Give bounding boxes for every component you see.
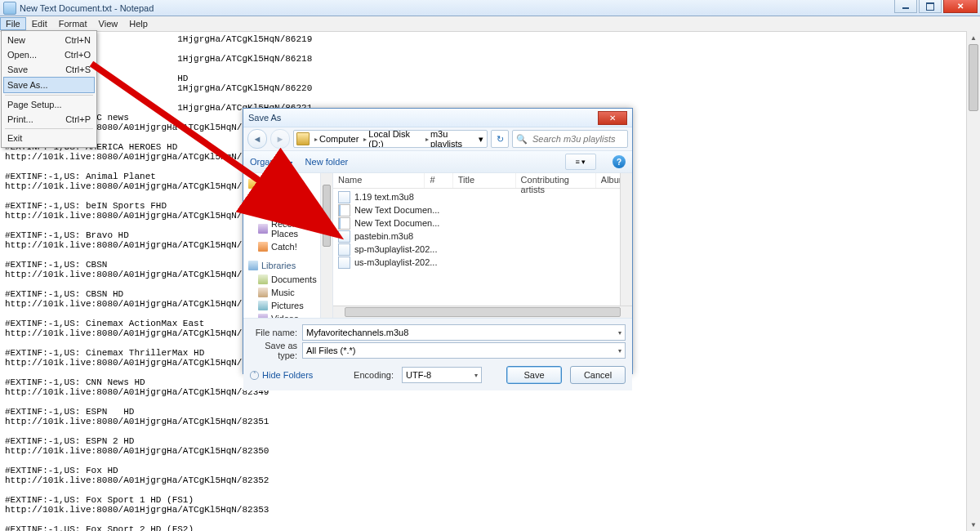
dialog-title: Save As xyxy=(248,113,598,123)
filename-label: File name: xyxy=(250,328,297,337)
file-icon xyxy=(338,217,350,230)
catch-icon xyxy=(258,242,268,252)
list-item[interactable]: us-m3uplaylist-202... xyxy=(333,256,632,269)
hidefolders-button[interactable]: ˄Hide Folders xyxy=(250,370,313,380)
menu-edit[interactable]: Edit xyxy=(26,17,53,30)
dialog-navbar: ◄ ► ▸Computer ▸Local Disk (D:) ▸m3u play… xyxy=(243,127,632,151)
col-name[interactable]: Name xyxy=(333,173,425,188)
videos-icon xyxy=(258,314,268,318)
cancel-button[interactable]: Cancel xyxy=(570,366,626,384)
dialog-toolbar: Organize▼ New folder ≡ ▾ ? xyxy=(243,151,632,173)
nav-videos[interactable]: Videos xyxy=(243,312,320,318)
list-item[interactable]: 1.19 text.m3u8 xyxy=(333,190,632,203)
nav-music[interactable]: Music xyxy=(243,286,320,299)
desktop-icon xyxy=(258,193,268,203)
savetype-label: Save as type: xyxy=(250,341,297,360)
nav-pictures[interactable]: Pictures xyxy=(243,299,320,312)
libraries-icon xyxy=(248,261,258,270)
savetype-select[interactable]: All Files (*.*)▾ xyxy=(302,342,626,359)
nav-downloads[interactable]: Downloads xyxy=(243,204,320,217)
refresh-button[interactable]: ↻ xyxy=(491,130,509,148)
help-button[interactable]: ? xyxy=(612,155,626,168)
scroll-thumb[interactable] xyxy=(969,44,978,111)
save-button[interactable]: Save xyxy=(506,366,562,384)
search-field[interactable]: 🔍 xyxy=(512,130,628,148)
window-title: New Text Document.txt - Notepad xyxy=(20,3,977,13)
menu-open[interactable]: Open...Ctrl+O xyxy=(3,47,95,62)
address-bar[interactable]: ▸Computer ▸Local Disk (D:) ▸m3u playlist… xyxy=(293,130,488,148)
col-num[interactable]: # xyxy=(425,173,452,188)
dialog-close-button[interactable] xyxy=(598,111,627,125)
menubar: File Edit Format View Help xyxy=(0,16,980,32)
nav-libraries[interactable]: Libraries xyxy=(243,258,320,273)
menu-help[interactable]: Help xyxy=(123,17,154,30)
nav-favorites[interactable]: Favorites xyxy=(243,176,320,191)
navpane-scrollbar[interactable] xyxy=(321,173,333,318)
file-icon xyxy=(338,230,350,243)
file-icon xyxy=(338,243,350,256)
menu-pagesetup[interactable]: Page Setup... xyxy=(3,97,95,112)
newfolder-button[interactable]: New folder xyxy=(305,157,349,167)
recent-icon xyxy=(258,224,268,234)
file-icon xyxy=(338,204,350,216)
encoding-label: Encoding: xyxy=(354,370,394,380)
file-icon xyxy=(338,257,350,269)
window-titlebar: New Text Document.txt - Notepad xyxy=(0,0,980,16)
search-icon: 🔍 xyxy=(516,134,528,145)
file-menu-dropdown: NewCtrl+N Open...Ctrl+O SaveCtrl+S Save … xyxy=(1,30,97,148)
dialog-titlebar: Save As xyxy=(243,109,632,127)
menu-separator xyxy=(5,128,93,129)
list-item[interactable]: New Text Documen... xyxy=(333,203,632,216)
menu-file[interactable]: File xyxy=(0,17,26,30)
organize-button[interactable]: Organize▼ xyxy=(250,157,294,167)
filepane-vscroll[interactable] xyxy=(620,173,632,306)
scroll-down-icon[interactable]: ▼ xyxy=(967,518,980,531)
downloads-icon xyxy=(258,206,268,216)
dialog-bottombar: ˄Hide Folders Encoding: UTF-8▾ Save Canc… xyxy=(243,359,632,390)
view-button[interactable]: ≡ ▾ xyxy=(565,154,596,170)
menu-format[interactable]: Format xyxy=(53,17,93,30)
menu-exit[interactable]: Exit xyxy=(3,131,95,145)
chevron-icon: ˄ xyxy=(250,371,259,380)
nav-forward-button[interactable]: ► xyxy=(270,129,290,149)
file-list-pane: Name # Title Contributing artists Album … xyxy=(333,173,632,318)
nav-catch[interactable]: Catch! xyxy=(243,240,320,253)
menu-saveas[interactable]: Save As... xyxy=(3,77,95,93)
pictures-icon xyxy=(258,301,268,310)
filepane-hscroll[interactable] xyxy=(333,306,632,318)
file-icon xyxy=(338,191,350,203)
notepad-icon xyxy=(3,2,16,15)
menu-new[interactable]: NewCtrl+N xyxy=(3,33,95,47)
search-input[interactable] xyxy=(531,133,624,145)
folder-icon xyxy=(296,132,310,145)
scroll-up-icon[interactable]: ▲ xyxy=(967,31,980,44)
list-item[interactable]: pastebin.m3u8 xyxy=(333,230,632,243)
nav-documents[interactable]: Documents xyxy=(243,273,320,286)
menu-view[interactable]: View xyxy=(93,17,124,30)
star-icon xyxy=(248,179,258,189)
list-item[interactable]: sp-m3uplaylist-202... xyxy=(333,243,632,256)
nav-recent[interactable]: Recent Places xyxy=(243,217,320,240)
music-icon xyxy=(258,288,268,297)
nav-back-button[interactable]: ◄ xyxy=(247,129,267,149)
list-item[interactable]: New Text Documen... xyxy=(333,216,632,230)
explorer-pane: Favorites Desktop Downloads Recent Place… xyxy=(243,173,632,318)
filename-area: File name: Myfavoritechannels.m3u8▾ Save… xyxy=(243,318,632,359)
menu-save[interactable]: SaveCtrl+S xyxy=(3,62,95,77)
nav-desktop[interactable]: Desktop xyxy=(243,191,320,204)
file-list: 1.19 text.m3u8 New Text Documen... New T… xyxy=(333,189,632,270)
saveas-dialog: Save As ◄ ► ▸Computer ▸Local Disk (D:) ▸… xyxy=(243,108,633,374)
documents-icon xyxy=(258,274,268,284)
editor-scrollbar[interactable]: ▲ ▼ xyxy=(966,31,980,531)
minimize-button[interactable] xyxy=(894,0,917,13)
filename-input[interactable]: Myfavoritechannels.m3u8▾ xyxy=(302,324,626,341)
nav-tree[interactable]: Favorites Desktop Downloads Recent Place… xyxy=(243,173,321,318)
menu-print[interactable]: Print...Ctrl+P xyxy=(3,112,95,127)
column-headers[interactable]: Name # Title Contributing artists Album xyxy=(333,173,632,189)
col-contrib[interactable]: Contributing artists xyxy=(516,173,596,188)
encoding-select[interactable]: UTF-8▾ xyxy=(402,367,482,383)
col-title[interactable]: Title xyxy=(453,173,516,188)
maximize-button[interactable] xyxy=(919,0,942,13)
close-button[interactable] xyxy=(943,0,978,13)
menu-separator xyxy=(5,95,93,96)
